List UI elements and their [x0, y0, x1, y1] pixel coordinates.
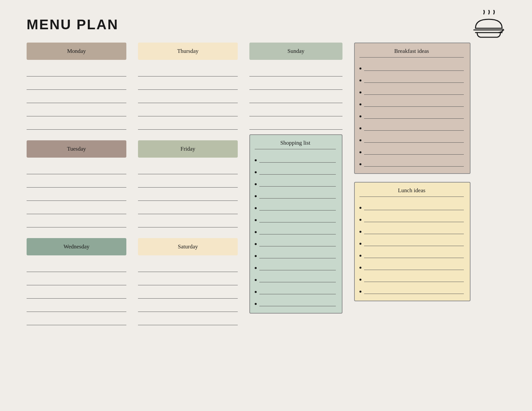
- lunch-item[interactable]: [359, 272, 464, 282]
- bullet-dot: [359, 103, 361, 105]
- page-title: MENU PLAN: [27, 17, 512, 33]
- saturday-line-1[interactable]: [138, 260, 238, 272]
- sunday-line-4[interactable]: [249, 104, 342, 116]
- lunch-item[interactable]: [359, 224, 464, 234]
- tuesday-header: Tuesday: [27, 140, 126, 158]
- tuesday-line-1[interactable]: [27, 162, 126, 174]
- bullet-dot: [359, 219, 361, 221]
- bullet-dot: [359, 139, 361, 141]
- bullet-dot: [359, 91, 361, 93]
- shopping-item[interactable]: [255, 189, 336, 199]
- breakfast-item[interactable]: [359, 61, 464, 71]
- lunch-item[interactable]: [359, 236, 464, 246]
- sunday-line-5[interactable]: [249, 118, 342, 130]
- wednesday-line-2[interactable]: [27, 273, 126, 285]
- wednesday-line-3[interactable]: [27, 287, 126, 299]
- friday-line-4[interactable]: [138, 202, 238, 214]
- thursday-line-1[interactable]: [138, 65, 238, 76]
- bullet-dot: [255, 243, 257, 245]
- breakfast-ideas-title: Breakfast ideas: [359, 48, 464, 58]
- breakfast-ideas-panel: Breakfast ideas: [354, 43, 470, 174]
- monday-line-5[interactable]: [27, 118, 126, 130]
- shopping-item[interactable]: [255, 165, 336, 175]
- bullet-dot: [359, 151, 361, 153]
- saturday-line-2[interactable]: [138, 273, 238, 285]
- sunday-line-2[interactable]: [249, 78, 342, 90]
- bullet-dot: [255, 171, 257, 173]
- thursday-line-2[interactable]: [138, 78, 238, 90]
- sunday-section: Sunday: [249, 43, 342, 131]
- breakfast-item[interactable]: [359, 73, 464, 83]
- bullet-dot: [359, 279, 361, 281]
- saturday-line-3[interactable]: [138, 287, 238, 299]
- bullet-dot: [255, 195, 257, 197]
- wednesday-section: Wednesday: [27, 238, 126, 327]
- breakfast-item[interactable]: [359, 133, 464, 143]
- lunch-ideas-panel: Lunch ideas: [354, 182, 470, 301]
- bullet-dot: [359, 243, 361, 245]
- friday-line-1[interactable]: [138, 162, 238, 174]
- shopping-item[interactable]: [255, 248, 336, 258]
- bullet-dot: [255, 303, 257, 305]
- lunch-item[interactable]: [359, 248, 464, 258]
- saturday-line-5[interactable]: [138, 313, 238, 325]
- bullet-dot: [359, 79, 361, 81]
- bullet-dot: [359, 207, 361, 209]
- breakfast-item[interactable]: [359, 109, 464, 119]
- breakfast-item[interactable]: [359, 85, 464, 95]
- bullet-dot: [255, 231, 257, 233]
- thursday-line-3[interactable]: [138, 91, 238, 103]
- tuesday-line-3[interactable]: [27, 189, 126, 201]
- lunch-item[interactable]: [359, 260, 464, 270]
- monday-line-3[interactable]: [27, 91, 126, 103]
- saturday-line-4[interactable]: [138, 300, 238, 312]
- lunch-item[interactable]: [359, 284, 464, 294]
- breakfast-item[interactable]: [359, 121, 464, 131]
- wednesday-line-5[interactable]: [27, 313, 126, 325]
- bullet-dot: [255, 207, 257, 209]
- shopping-item[interactable]: [255, 236, 336, 246]
- friday-line-2[interactable]: [138, 176, 238, 188]
- thursday-line-5[interactable]: [138, 118, 238, 130]
- bullet-dot: [255, 279, 257, 281]
- saturday-header: Saturday: [138, 238, 238, 255]
- tuesday-section: Tuesday: [27, 140, 126, 229]
- shopping-item[interactable]: [255, 153, 336, 163]
- bullet-dot: [359, 163, 361, 165]
- bullet-dot: [255, 255, 257, 257]
- thursday-line-4[interactable]: [138, 104, 238, 116]
- shopping-item[interactable]: [255, 260, 336, 270]
- friday-line-5[interactable]: [138, 215, 238, 227]
- shopping-item[interactable]: [255, 296, 336, 306]
- shopping-item[interactable]: [255, 212, 336, 222]
- tuesday-line-4[interactable]: [27, 202, 126, 214]
- thursday-section: Thursday: [138, 43, 238, 131]
- bullet-dot: [255, 219, 257, 221]
- friday-line-3[interactable]: [138, 189, 238, 201]
- lunch-item[interactable]: [359, 212, 464, 222]
- sunday-line-3[interactable]: [249, 91, 342, 103]
- shopping-item[interactable]: [255, 177, 336, 187]
- sunday-header: Sunday: [249, 43, 342, 60]
- breakfast-item[interactable]: [359, 145, 464, 155]
- monday-line-2[interactable]: [27, 78, 126, 90]
- shopping-item[interactable]: [255, 272, 336, 282]
- shopping-item[interactable]: [255, 201, 336, 210]
- monday-line-1[interactable]: [27, 65, 126, 76]
- thursday-header: Thursday: [138, 43, 238, 60]
- friday-section: Friday: [138, 140, 238, 229]
- sunday-line-1[interactable]: [249, 65, 342, 76]
- shopping-item[interactable]: [255, 224, 336, 234]
- bullet-dot: [359, 127, 361, 129]
- monday-section: Monday: [27, 43, 126, 131]
- tuesday-line-5[interactable]: [27, 215, 126, 227]
- monday-line-4[interactable]: [27, 104, 126, 116]
- breakfast-item[interactable]: [359, 157, 464, 167]
- wednesday-line-4[interactable]: [27, 300, 126, 312]
- wednesday-line-1[interactable]: [27, 260, 126, 272]
- breakfast-item[interactable]: [359, 97, 464, 107]
- shopping-item[interactable]: [255, 284, 336, 294]
- shopping-list-title: Shopping list: [255, 140, 336, 149]
- lunch-item[interactable]: [359, 200, 464, 210]
- tuesday-line-2[interactable]: [27, 176, 126, 188]
